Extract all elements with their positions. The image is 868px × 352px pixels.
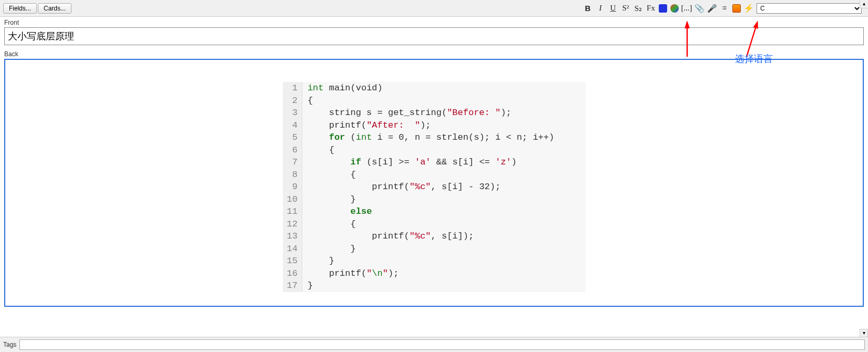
more-button[interactable]: ≡ <box>720 4 729 13</box>
superscript-button[interactable]: S² <box>621 4 630 13</box>
bold-button[interactable]: B <box>583 4 593 13</box>
fields-button[interactable]: Fields... <box>3 3 37 14</box>
main-toolbar: Fields... Cards... B I U S² S₂ Fx [...] … <box>0 0 868 17</box>
annotation-select-language: 选择语言 <box>735 53 773 65</box>
tags-label: Tags <box>3 341 16 348</box>
code-block: 1234567891011121314151617 int main(void)… <box>283 82 586 292</box>
underline-button[interactable]: U <box>608 4 618 13</box>
front-field[interactable]: 大小写底层原理 <box>4 27 864 45</box>
tags-row: Tags <box>0 337 868 352</box>
back-field[interactable]: 1234567891011121314151617 int main(void)… <box>4 59 864 307</box>
language-select[interactable]: C <box>757 3 862 14</box>
cards-button[interactable]: Cards... <box>38 3 72 14</box>
clear-format-button[interactable]: Fx <box>646 4 656 13</box>
code-content: int main(void){ string s = get_string("B… <box>302 82 559 292</box>
format-toolbar: B I U S² S₂ Fx [...] 📎 🎤 ≡ ⚡ C <box>583 3 865 14</box>
scroll-down-button[interactable]: ▾ <box>860 329 868 337</box>
addon-card-icon[interactable] <box>732 4 741 13</box>
highlight-color-button[interactable] <box>670 4 679 13</box>
italic-button[interactable]: I <box>596 4 605 13</box>
syntax-highlight-icon[interactable]: ⚡ <box>744 4 753 13</box>
front-label: Front <box>0 17 868 27</box>
attach-button[interactable]: 📎 <box>695 4 704 13</box>
line-gutter: 1234567891011121314151617 <box>283 82 302 292</box>
tags-input[interactable] <box>19 339 865 350</box>
cloze-button[interactable]: [...] <box>682 4 691 13</box>
record-button[interactable]: 🎤 <box>707 4 717 13</box>
text-color-button[interactable] <box>659 4 667 13</box>
scroll-up-button[interactable]: ▴ <box>860 0 868 8</box>
subscript-button[interactable]: S₂ <box>634 4 643 13</box>
